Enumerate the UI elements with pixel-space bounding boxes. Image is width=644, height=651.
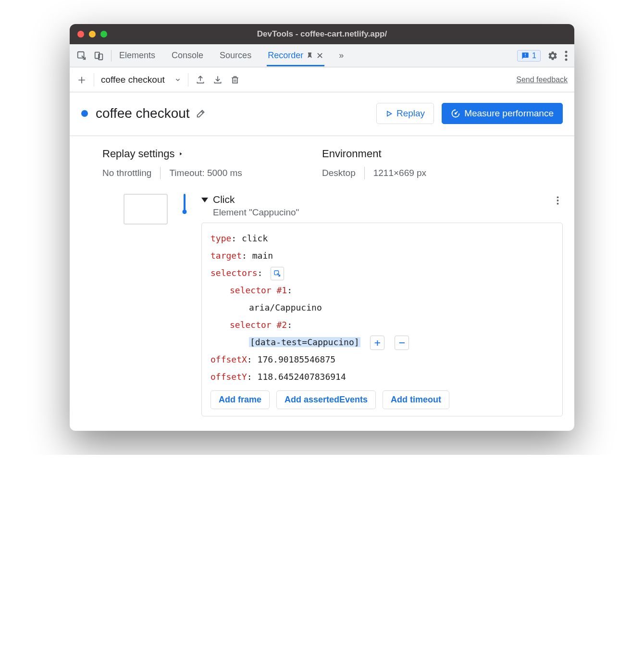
chevron-down-icon bbox=[174, 76, 181, 83]
detail-row-selectors: selectors: bbox=[211, 264, 554, 282]
play-icon bbox=[385, 110, 393, 117]
environment-label: Environment bbox=[322, 148, 382, 160]
val-offy[interactable]: 118.6452407836914 bbox=[258, 372, 346, 382]
pin-icon bbox=[306, 52, 313, 59]
add-timeout-button[interactable]: Add timeout bbox=[383, 390, 449, 409]
detail-row-selector-2: selector #2: bbox=[211, 316, 554, 334]
steps-area: Click Element "Cappucino" type: click ta… bbox=[70, 191, 574, 431]
step-name: Click bbox=[213, 194, 548, 205]
detail-row-offsety: offsetY: 118.6452407836914 bbox=[211, 368, 554, 386]
add-selector-button[interactable]: + bbox=[370, 336, 384, 350]
close-window-button[interactable] bbox=[77, 31, 84, 38]
pick-selector-icon[interactable] bbox=[271, 267, 284, 280]
key-sel2: selector #2 bbox=[230, 320, 287, 330]
val-sel2[interactable]: [data-test=Cappucino] bbox=[249, 337, 360, 347]
svg-point-5 bbox=[565, 58, 568, 61]
environment-values: Desktop 1211×669 px bbox=[322, 167, 542, 179]
tab-recorder-label: Recorder bbox=[268, 50, 303, 61]
svg-marker-8 bbox=[180, 152, 182, 156]
key-offx: offsetX bbox=[211, 354, 247, 364]
step-header[interactable]: Click Element "Cappucino" bbox=[201, 191, 563, 223]
step-more-icon[interactable] bbox=[553, 194, 563, 207]
key-selectors: selectors bbox=[211, 268, 258, 278]
environment-settings: Environment Desktop 1211×669 px bbox=[322, 148, 542, 179]
step-subtitle: Element "Cappucino" bbox=[213, 207, 548, 218]
replay-button[interactable]: Replay bbox=[376, 103, 434, 124]
tab-sources[interactable]: Sources bbox=[219, 45, 252, 66]
issue-icon bbox=[521, 52, 529, 60]
screenshot-thumbnail[interactable] bbox=[124, 194, 168, 225]
replay-settings-header[interactable]: Replay settings bbox=[102, 148, 322, 160]
val-target[interactable]: main bbox=[252, 250, 273, 261]
recording-dropdown[interactable]: coffee checkout bbox=[101, 75, 181, 85]
new-recording-icon[interactable]: ＋ bbox=[76, 75, 87, 85]
divider bbox=[188, 73, 188, 87]
measure-label: Measure performance bbox=[464, 108, 554, 119]
timeout-value: Timeout: 5000 ms bbox=[169, 168, 242, 178]
detail-row-selector-1-val: aria/Cappucino bbox=[211, 299, 554, 316]
svg-point-3 bbox=[565, 50, 568, 53]
val-offx[interactable]: 176.90185546875 bbox=[258, 354, 336, 364]
tab-elements[interactable]: Elements bbox=[118, 45, 156, 66]
add-asserted-events-button[interactable]: Add assertedEvents bbox=[276, 390, 376, 409]
recording-name: coffee checkout bbox=[101, 75, 165, 85]
key-target: target bbox=[211, 250, 242, 261]
detail-row-selector-1: selector #1: bbox=[211, 282, 554, 299]
inspect-element-icon[interactable] bbox=[76, 50, 87, 61]
step-panel: Click Element "Cappucino" type: click ta… bbox=[201, 191, 563, 416]
step-details: type: click target: main selectors: sele… bbox=[201, 223, 563, 416]
gauge-icon bbox=[451, 109, 460, 118]
tab-recorder[interactable]: Recorder ✕ bbox=[267, 45, 324, 66]
tab-console[interactable]: Console bbox=[171, 45, 204, 66]
key-offy: offsetY bbox=[211, 372, 247, 382]
expand-toggle-icon[interactable] bbox=[201, 198, 208, 202]
import-icon[interactable] bbox=[212, 75, 223, 85]
chevron-right-icon bbox=[178, 150, 183, 157]
key-sel1: selector #1 bbox=[230, 285, 287, 295]
environment-header: Environment bbox=[322, 148, 542, 160]
divider bbox=[364, 167, 365, 179]
dimensions-value: 1211×669 px bbox=[373, 168, 426, 178]
remove-selector-button[interactable]: − bbox=[395, 336, 409, 350]
window-title: DevTools - coffee-cart.netlify.app/ bbox=[70, 29, 574, 39]
edit-title-icon[interactable] bbox=[196, 108, 206, 119]
detail-row-offsetx: offsetX: 176.90185546875 bbox=[211, 351, 554, 368]
recording-status-dot bbox=[81, 110, 88, 117]
svg-point-10 bbox=[557, 200, 559, 201]
minimize-window-button[interactable] bbox=[89, 31, 96, 38]
screenshot-thumbnail-col bbox=[91, 191, 168, 416]
detail-row-type: type: click bbox=[211, 230, 554, 247]
step-titles: Click Element "Cappucino" bbox=[213, 194, 548, 218]
settings-row: Replay settings No throttling Timeout: 5… bbox=[70, 136, 574, 191]
add-frame-button[interactable]: Add frame bbox=[211, 390, 270, 409]
titlebar: DevTools - coffee-cart.netlify.app/ bbox=[70, 24, 574, 44]
maximize-window-button[interactable] bbox=[100, 31, 107, 38]
issues-badge[interactable]: 1 bbox=[517, 50, 541, 62]
send-feedback-link[interactable]: Send feedback bbox=[516, 75, 568, 84]
measure-performance-button[interactable]: Measure performance bbox=[442, 103, 563, 124]
svg-point-11 bbox=[557, 203, 559, 205]
divider bbox=[111, 50, 111, 62]
val-sel1[interactable]: aria/Cappucino bbox=[249, 302, 322, 313]
device-toolbar-icon[interactable] bbox=[94, 50, 104, 61]
close-tab-icon[interactable]: ✕ bbox=[316, 50, 323, 61]
key-type: type bbox=[211, 233, 231, 243]
more-tabs-icon[interactable]: » bbox=[339, 50, 344, 61]
divider bbox=[160, 167, 161, 179]
timeline-track bbox=[179, 191, 190, 416]
settings-icon[interactable] bbox=[547, 50, 558, 61]
replay-settings: Replay settings No throttling Timeout: 5… bbox=[102, 148, 322, 179]
delete-icon[interactable] bbox=[230, 75, 240, 85]
more-options-icon[interactable] bbox=[565, 50, 568, 61]
replay-settings-values: No throttling Timeout: 5000 ms bbox=[102, 167, 322, 179]
detail-row-selector-2-val: [data-test=Cappucino] + − bbox=[211, 334, 554, 351]
main-toolbar: Elements Console Sources Recorder ✕ » 1 bbox=[70, 44, 574, 67]
detail-row-target: target: main bbox=[211, 247, 554, 264]
track-dot bbox=[183, 210, 187, 214]
svg-point-9 bbox=[557, 196, 559, 198]
divider bbox=[94, 73, 94, 87]
export-icon[interactable] bbox=[195, 75, 206, 85]
recording-header: coffee checkout Replay Measure performan… bbox=[70, 92, 574, 136]
panel-tabs: Elements Console Sources Recorder ✕ » bbox=[118, 45, 510, 66]
val-type[interactable]: click bbox=[242, 233, 268, 243]
